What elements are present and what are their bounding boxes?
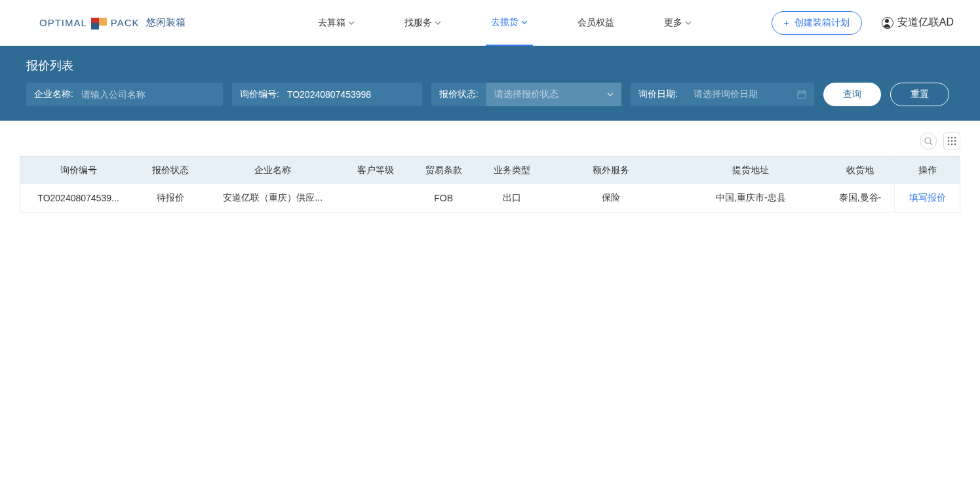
table-wrap: 询价编号报价状态企业名称客户等级贸易条款业务类型额外服务提货地址收货地 TO20… bbox=[20, 156, 960, 212]
plus-icon: + bbox=[784, 18, 789, 28]
header-actions: + 创建装箱计划 安道亿联AD bbox=[772, 11, 954, 35]
filter-row: 企业名称: 询价编号: 报价状态: 请选择报价状态 询价日期: 请选择询价日期 … bbox=[26, 83, 954, 106]
user-icon bbox=[882, 17, 893, 29]
page-title: 报价列表 bbox=[26, 58, 954, 73]
table-search-button[interactable] bbox=[920, 132, 937, 150]
status-placeholder-text: 请选择报价状态 bbox=[494, 89, 559, 100]
company-cell: 安道亿联（重庆）供应... bbox=[205, 184, 341, 212]
table-fixed-action: 操作 填写报价 bbox=[894, 156, 960, 212]
nav-item-label: 去揽货 bbox=[491, 16, 519, 28]
inquiry-no-label: 询价编号: bbox=[232, 89, 287, 100]
table-header: 报价状态 bbox=[136, 157, 205, 185]
svg-point-3 bbox=[951, 137, 953, 139]
table-header: 提货地址 bbox=[676, 157, 826, 185]
svg-point-5 bbox=[948, 140, 950, 142]
nav-item-label: 去算箱 bbox=[318, 17, 345, 29]
user-name: 安道亿联AD bbox=[897, 16, 954, 30]
company-label: 企业名称: bbox=[26, 89, 81, 100]
date-placeholder-text: 请选择询价日期 bbox=[694, 89, 758, 100]
table-header: 业务类型 bbox=[478, 157, 546, 185]
delivery-cell: 泰国,曼谷- bbox=[826, 184, 894, 212]
inquiry-no-cell: TO202408074539... bbox=[20, 184, 136, 212]
logo-icon bbox=[91, 15, 107, 31]
date-label: 询价日期: bbox=[631, 89, 686, 100]
nav-item-label: 找服务 bbox=[404, 17, 432, 29]
chevron-down-icon bbox=[685, 21, 692, 25]
nav-item-0[interactable]: 去算箱 bbox=[313, 0, 360, 46]
nav: 去算箱找服务去揽货会员权益更多 bbox=[238, 0, 772, 46]
company-input[interactable] bbox=[81, 83, 199, 106]
logo-text-cn: 悠闲装箱 bbox=[146, 16, 186, 29]
svg-point-9 bbox=[951, 144, 953, 146]
nav-item-label: 更多 bbox=[664, 17, 682, 29]
filter-status[interactable]: 报价状态: 请选择报价状态 bbox=[431, 83, 621, 106]
table-header: 询价编号 bbox=[20, 157, 136, 185]
svg-rect-0 bbox=[798, 91, 806, 98]
logo[interactable]: OPTIMAL PACK 悠闲装箱 bbox=[39, 15, 186, 31]
pickup-cell: 中国,重庆市-忠县 bbox=[676, 184, 826, 212]
table-header: 客户等级 bbox=[341, 157, 409, 185]
filter-inquiry-no: 询价编号: bbox=[232, 83, 422, 106]
create-plan-label: 创建装箱计划 bbox=[794, 17, 850, 29]
action-header: 操作 bbox=[895, 157, 960, 185]
svg-point-2 bbox=[948, 137, 950, 139]
svg-point-4 bbox=[954, 137, 956, 139]
extra-cell: 保险 bbox=[546, 184, 676, 212]
terms-cell: FOB bbox=[410, 184, 478, 212]
nav-item-label: 会员权益 bbox=[578, 17, 614, 29]
header: OPTIMAL PACK 悠闲装箱 去算箱找服务去揽货会员权益更多 + 创建装箱… bbox=[0, 0, 980, 46]
fill-quote-link[interactable]: 填写报价 bbox=[909, 192, 946, 203]
status-select[interactable]: 请选择报价状态 bbox=[486, 83, 621, 106]
reset-button[interactable]: 重置 bbox=[890, 83, 949, 106]
filter-date[interactable]: 询价日期: 请选择询价日期 bbox=[631, 83, 814, 106]
table-header: 贸易条款 bbox=[410, 157, 478, 185]
create-plan-button[interactable]: + 创建装箱计划 bbox=[772, 11, 862, 35]
svg-point-6 bbox=[951, 140, 953, 142]
search-icon bbox=[924, 137, 933, 146]
table-row[interactable]: TO202408074539...待报价安道亿联（重庆）供应...FOB出口保险… bbox=[20, 184, 894, 212]
filter-bar: 报价列表 企业名称: 询价编号: 报价状态: 请选择报价状态 询价日期: 请选择… bbox=[0, 46, 980, 121]
date-input[interactable]: 请选择询价日期 bbox=[686, 83, 814, 106]
nav-item-2[interactable]: 去揽货 bbox=[486, 0, 533, 46]
query-button[interactable]: 查询 bbox=[823, 83, 881, 106]
chevron-down-icon bbox=[348, 21, 355, 25]
svg-point-1 bbox=[925, 138, 931, 144]
svg-point-7 bbox=[954, 140, 956, 142]
chevron-down-icon bbox=[435, 21, 441, 25]
nav-item-3[interactable]: 会员权益 bbox=[572, 0, 619, 46]
level-cell bbox=[341, 184, 409, 212]
status-cell: 待报价 bbox=[136, 184, 205, 212]
logo-text-en2: PACK bbox=[111, 17, 140, 28]
chevron-down-icon bbox=[607, 92, 614, 96]
svg-point-8 bbox=[948, 144, 950, 146]
filter-company: 企业名称: bbox=[26, 83, 223, 106]
table-columns-button[interactable] bbox=[943, 132, 960, 150]
biztype-cell: 出口 bbox=[478, 184, 546, 212]
chevron-down-icon bbox=[521, 20, 528, 24]
table-header: 企业名称 bbox=[205, 157, 341, 185]
table-header: 收货地 bbox=[826, 157, 894, 185]
user-menu[interactable]: 安道亿联AD bbox=[882, 16, 954, 30]
table-header: 额外服务 bbox=[546, 157, 676, 185]
nav-item-1[interactable]: 找服务 bbox=[399, 0, 446, 46]
logo-text-en: OPTIMAL bbox=[39, 17, 87, 28]
table-header-row: 询价编号报价状态企业名称客户等级贸易条款业务类型额外服务提货地址收货地 bbox=[20, 157, 894, 185]
quote-table: 询价编号报价状态企业名称客户等级贸易条款业务类型额外服务提货地址收货地 TO20… bbox=[20, 156, 894, 212]
svg-point-10 bbox=[954, 144, 956, 146]
calendar-icon bbox=[797, 90, 806, 99]
table-toolbar bbox=[0, 121, 980, 156]
nav-item-4[interactable]: 更多 bbox=[659, 0, 697, 46]
grid-icon bbox=[947, 136, 956, 146]
inquiry-no-input[interactable] bbox=[287, 83, 405, 106]
status-label: 报价状态: bbox=[431, 89, 486, 100]
